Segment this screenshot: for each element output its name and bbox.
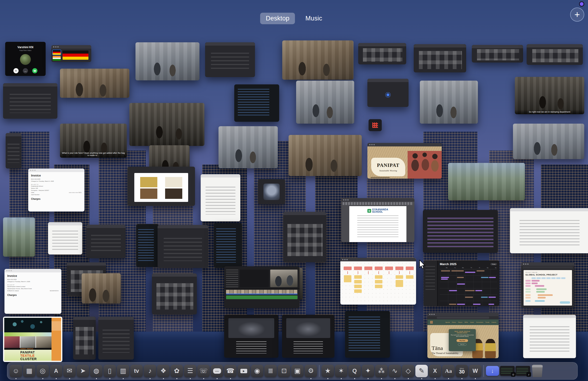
call-button[interactable]: ☎ — [32, 68, 37, 73]
notes-dark-window[interactable] — [205, 42, 255, 77]
view-list-button[interactable]: View List — [458, 343, 466, 346]
dock-phone-icon[interactable]: ☎ — [224, 365, 237, 377]
timeline-pane[interactable] — [224, 288, 299, 308]
dock-calendar-icon[interactable]: Mon30 — [456, 365, 468, 377]
photo-students-street[interactable] — [135, 42, 199, 80]
photos-strip-narrow[interactable] — [73, 317, 96, 360]
invoice-window-2[interactable]: Invoice #GA-416-2025 Charged on Tuesday,… — [4, 269, 61, 314]
site-logo[interactable] — [430, 321, 433, 324]
freeform-board-window[interactable] — [340, 258, 416, 305]
photo-men-phones[interactable] — [420, 80, 478, 124]
tana-website-window[interactable]: AgendaHistoryPlayersSDGsImpactConnection… — [427, 313, 499, 358]
address-bar[interactable] — [437, 317, 489, 319]
video-role-question[interactable]: What is your role here? Does anything ne… — [60, 124, 127, 158]
store-page-2[interactable] — [282, 315, 335, 358]
sheet-dark-purple[interactable] — [423, 210, 498, 253]
flags-presentation-window[interactable] — [51, 45, 91, 62]
decline-button[interactable]: ✕ — [13, 68, 19, 73]
play-now-button[interactable]: Play Now — [457, 339, 468, 342]
dock-excel-icon[interactable]: X — [429, 365, 441, 377]
nav-link[interactable]: Players — [458, 321, 462, 323]
tab-music[interactable]: Music — [300, 13, 328, 24]
dock-books-icon[interactable]: Aa — [442, 365, 455, 377]
nav-link[interactable]: Agenda — [445, 321, 450, 323]
photo-selfie[interactable] — [3, 217, 35, 257]
germany-flag-thumbnail[interactable] — [53, 50, 61, 55]
gyaananda-doc-window[interactable]: ✿ GYAANANDA SCHOOL — [341, 198, 414, 242]
mail-dark-window[interactable] — [86, 225, 126, 258]
dock-music-icon[interactable]: ♪ — [144, 365, 156, 377]
dock-photo-booth-icon[interactable]: ◉ — [251, 365, 263, 377]
files-window-1[interactable] — [358, 43, 406, 64]
dock-notes-icon[interactable]: ☰ — [184, 365, 196, 377]
dock-video-editor-icon[interactable]: ▥ — [117, 365, 129, 377]
facetime-window[interactable]: Varshini KN FaceTime Video ✕ … ☎ — [5, 42, 46, 76]
dock-maps-icon[interactable]: ➤ — [77, 365, 89, 377]
dock-trash-icon[interactable] — [531, 365, 544, 377]
dock-image-playground-icon[interactable]: ✦ — [362, 365, 374, 377]
chat-green-dark[interactable] — [345, 311, 390, 358]
video-stamping[interactable]: So right now we are in stamping departme… — [515, 77, 584, 114]
panipat-slide-window[interactable]: PANIPAT Sustainable Weaving — [367, 143, 442, 179]
dock-mail-icon[interactable]: ✉ — [63, 365, 76, 377]
sidebar-strip-window[interactable] — [6, 133, 21, 168]
photo-truck-loading[interactable] — [282, 40, 354, 80]
nav-link[interactable]: Analysis — [492, 321, 496, 323]
dock-stage-manager-icon[interactable]: ❖ — [157, 365, 169, 377]
photo-street-group[interactable] — [296, 80, 354, 124]
doc-certificate[interactable] — [48, 222, 82, 255]
dock-screenshot-icon[interactable]: ⊡ — [278, 365, 290, 377]
dock-iphone-mirroring-icon[interactable]: ▯ — [104, 365, 116, 377]
video-bins-dark[interactable] — [152, 273, 197, 315]
video-filmstrip-clip[interactable] — [226, 290, 297, 294]
power-settings-window[interactable] — [367, 79, 409, 107]
store-page-1[interactable] — [224, 315, 278, 358]
app-connect-window[interactable] — [3, 83, 57, 119]
dock-messages-icon[interactable]: … — [211, 365, 223, 377]
photo-interview[interactable] — [218, 126, 278, 168]
dock-printer-icon[interactable]: ▣ — [291, 365, 304, 377]
india-flag-thumbnail[interactable] — [53, 56, 61, 61]
doc-dense-text[interactable] — [201, 174, 240, 221]
dock-media-library-icon[interactable]: ★ — [321, 365, 334, 377]
dock-finder-icon[interactable]: ☺ — [10, 365, 22, 377]
invoice-window-1[interactable]: Invoice #GA-416-2025 Charged on Tuesday,… — [28, 168, 84, 212]
dock-whatsapp-icon[interactable]: ☏ — [197, 365, 210, 377]
dock-word-icon[interactable]: W — [469, 365, 482, 377]
dock-security-app-icon[interactable]: ◇ — [402, 365, 414, 377]
calendar-window[interactable]: March 2025 Today MoTuWeThFrSaSu — [424, 261, 499, 306]
add-space-button[interactable]: + — [570, 7, 584, 22]
terminal-narrow[interactable] — [136, 224, 159, 267]
dock-minimized-music-window-icon[interactable]: ♪ — [516, 366, 530, 376]
terminal-2[interactable] — [214, 223, 242, 268]
message-button[interactable]: … — [23, 68, 28, 73]
dock-apple-tv-icon[interactable]: tv — [130, 365, 143, 377]
dock-launchpad-icon[interactable]: ▦ — [23, 365, 36, 377]
doc-browser-white[interactable] — [510, 208, 588, 253]
photo-market[interactable] — [82, 273, 121, 303]
dock-photos-icon[interactable]: ✿ — [170, 365, 183, 377]
dock-calculator-icon[interactable]: ≣ — [264, 365, 277, 377]
dock-minimized-finder-window-icon[interactable]: ☺ — [500, 366, 515, 376]
files-columns-dark[interactable] — [283, 212, 326, 262]
editor-toolbar[interactable] — [343, 202, 413, 205]
tab-desktop[interactable]: Desktop — [260, 13, 295, 24]
nav-link[interactable]: History — [452, 321, 456, 323]
nav-link[interactable]: Impact — [470, 321, 474, 323]
music-player-dark[interactable] — [98, 317, 134, 360]
files-window-3[interactable] — [472, 45, 523, 62]
doc-text-right[interactable] — [523, 315, 576, 358]
today-button[interactable]: Today — [490, 263, 497, 265]
dock-quicktime-icon[interactable]: Q — [348, 365, 361, 377]
invader-tile[interactable] — [369, 119, 382, 131]
energy-profile-poster-window[interactable]: ENERGY PROFILE PANIPAT TEXTILE CLUSTER — [3, 317, 62, 362]
nav-link[interactable]: Trends — [485, 321, 489, 323]
dock-mindnode-icon[interactable]: ⁂ — [375, 365, 388, 377]
audio-waveform-clip[interactable] — [226, 296, 297, 299]
dock-downloads-icon[interactable]: ↓ — [486, 366, 499, 376]
editor-toolbar[interactable] — [523, 266, 573, 269]
nav-link[interactable]: Connections — [476, 321, 483, 323]
slide-logos-window[interactable] — [127, 167, 195, 206]
dock-system-settings-icon[interactable]: ⚙ — [305, 365, 317, 377]
messages-dark-window[interactable] — [234, 84, 279, 122]
